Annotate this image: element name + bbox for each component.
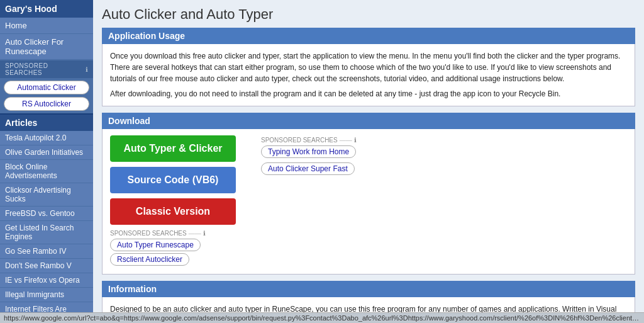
sidebar: Gary's Hood Home Auto Clicker For Runesc… (0, 0, 93, 312)
sidebar-article-4[interactable]: FreeBSD vs. Gentoo (0, 207, 93, 221)
sidebar-sponsored-header: SPONSORED SEARCHES ℹ (0, 60, 93, 78)
sidebar-nav-autoclicker-runescape[interactable]: Auto Clicker For Runescape (0, 34, 93, 60)
sidebar-article-9[interactable]: Illegal Immigrants (0, 288, 93, 302)
sidebar-sponsored-btn-1[interactable]: RS Autoclicker (4, 97, 89, 111)
right-sponsored-info-icon[interactable]: ℹ (354, 137, 357, 144)
download-section: Download Auto Typer & Clicker Source Cod… (102, 113, 635, 275)
application-usage-header: Application Usage (102, 28, 635, 44)
information-header: Information (102, 281, 635, 297)
sidebar-sponsored-btn-0[interactable]: Automatic Clicker (4, 81, 89, 94)
main-content: Auto Clicker and Auto Typer Application … (93, 0, 644, 312)
right-sponsored-block: SPONSORED SEARCHES —— ℹ Typing Work from… (261, 137, 357, 177)
right-sponsored-label: SPONSORED SEARCHES —— ℹ (261, 137, 357, 144)
sidebar-nav-home[interactable]: Home (0, 18, 93, 34)
sidebar-article-8[interactable]: IE vs Firefox vs Opera (0, 273, 93, 288)
sidebar-article-1[interactable]: Olive Garden Initiatives (0, 145, 93, 160)
download-btn-auto-typer-clicker[interactable]: Auto Typer & Clicker (110, 135, 236, 162)
sidebar-article-7[interactable]: Don't See Rambo V (0, 259, 93, 273)
bottom-sponsored-block: SPONSORED SEARCHES —— ℹ Auto Typer Runes… (110, 230, 236, 268)
download-header: Download (102, 113, 635, 129)
app-usage-para-1: After downloading, you do not need to in… (110, 88, 627, 99)
sidebar-article-3[interactable]: Clicksor Advertising Sucks (0, 183, 93, 207)
bottom-sponsored-label: SPONSORED SEARCHES —— ℹ (110, 230, 236, 237)
download-btn-classic-version[interactable]: Classic Version (110, 198, 236, 225)
download-content: Auto Typer & Clicker Source Code (VB6) C… (102, 129, 635, 275)
download-buttons: Auto Typer & Clicker Source Code (VB6) C… (110, 135, 236, 268)
bottom-sponsored-btn-1[interactable]: Rsclient Autoclicker (110, 253, 189, 266)
page-title: Auto Clicker and Auto Typer (102, 6, 635, 23)
app-usage-para-0: Once you download this free auto clicker… (110, 50, 627, 84)
sidebar-sponsored-info-icon[interactable]: ℹ (86, 66, 89, 73)
download-btn-source-code[interactable]: Source Code (VB6) (110, 167, 236, 193)
sidebar-articles-header: Articles (0, 113, 93, 131)
bottom-sponsored-info-icon[interactable]: ℹ (203, 230, 206, 237)
sidebar-title: Gary's Hood (0, 0, 93, 18)
sidebar-article-0[interactable]: Tesla Autopilot 2.0 (0, 131, 93, 145)
sidebar-article-10[interactable]: Internet Filters Are Racist (0, 302, 93, 312)
bottom-sponsored-btn-0[interactable]: Auto Typer Runescape (110, 239, 201, 251)
right-sponsored-btn-1[interactable]: Auto Clicker Super Fast (261, 162, 355, 175)
sidebar-article-5[interactable]: Get Listed In Search Engines (0, 221, 93, 244)
info-para-0: Designed to be an auto clicker and auto … (110, 303, 627, 312)
sidebar-article-6[interactable]: Go See Rambo IV (0, 244, 93, 259)
application-usage-section: Application Usage Once you download this… (102, 28, 635, 106)
information-content: Designed to be an auto clicker and auto … (102, 297, 635, 312)
sidebar-sponsored-label: SPONSORED SEARCHES (5, 62, 83, 76)
information-section: Information Designed to be an auto click… (102, 281, 635, 312)
status-bar: https://www.google.com/url?ct=abo&q=http… (0, 312, 644, 323)
right-sponsored-btn-0[interactable]: Typing Work from Home (261, 145, 356, 158)
application-usage-content: Once you download this free auto clicker… (102, 44, 635, 106)
sidebar-article-2[interactable]: Block Online Advertisements (0, 160, 93, 183)
